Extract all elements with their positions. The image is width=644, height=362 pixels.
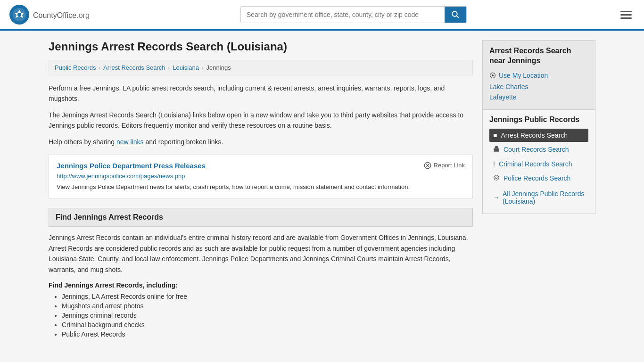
use-my-location: ⦿ Use My Location [489,72,588,79]
list-item: Public Arrest Records [62,330,473,338]
sidebar-record-link[interactable]: Police Records Search [504,174,570,182]
search-bar [240,6,467,23]
sidebar-nearby: Arrest Records Search near Jennings ⦿ Us… [482,40,595,110]
link-card: Jennings Police Department Press Release… [49,155,473,199]
sidebar: Arrest Records Search near Jennings ⦿ Us… [482,40,595,340]
svg-point-8 [495,177,497,179]
svg-point-7 [494,175,499,180]
record-icon [493,174,500,182]
list-item: Mugshots and arrest photos [62,302,473,310]
list-item: Jennings criminal records [62,312,473,319]
sidebar-record-item[interactable]: Police Records Search [489,172,588,185]
sidebar-record-link[interactable]: Arrest Records Search [501,132,568,139]
logo-icon [9,5,29,25]
link-card-url[interactable]: http://www.jenningspolice.com/pages/news… [57,173,465,180]
breadcrumb-public-records[interactable]: Public Records [55,64,96,71]
search-button[interactable] [445,7,466,23]
main-content: Jennings Arrest Records Search (Louisian… [39,31,605,349]
nearby-city-link[interactable]: Lafayette [489,93,588,101]
nearby-title: Arrest Records Search near Jennings [489,46,588,66]
all-records-anchor[interactable]: All Jennings Public Records (Louisiana) [503,190,585,205]
description-2: The Jennings Arrest Records Search (Loui… [49,110,473,131]
svg-point-2 [17,13,21,16]
svg-point-3 [452,11,457,16]
breadcrumb: Public Records › Arrest Records Search ›… [49,60,473,75]
all-records-link: → All Jennings Public Records (Louisiana… [489,187,588,208]
record-icon: ■ [493,132,497,139]
location-icon: ⦿ [489,72,496,79]
link-card-title: Jennings Police Department Press Release… [57,162,206,170]
nearby-cities-list: Lake CharlesLafayette [489,83,588,101]
record-items-list: ■Arrest Records SearchCourt Records Sear… [489,129,588,185]
sidebar-record-item[interactable]: Court Records Search [489,143,588,156]
nearby-city-link[interactable]: Lake Charles [489,83,588,90]
find-sub-title: Find Jennings Arrest Records, including: [49,281,473,289]
svg-rect-6 [494,148,499,151]
sidebar-record-item[interactable]: ■Arrest Records Search [489,129,588,142]
sidebar-record-link[interactable]: Court Records Search [504,146,569,153]
description-3: Help others by sharing new links and rep… [49,137,473,147]
find-section-heading: Find Jennings Arrest Records [49,208,473,227]
breadcrumb-louisiana[interactable]: Louisiana [173,64,199,71]
link-card-title-link[interactable]: Jennings Police Department Press Release… [57,162,206,170]
list-item: Criminal background checks [62,321,473,329]
sidebar-record-item[interactable]: !Criminal Records Search [489,157,588,171]
link-card-header: Jennings Police Department Press Release… [57,162,465,170]
logo-text: CountyOffice.org [33,9,90,20]
header: CountyOffice.org [0,0,644,31]
breadcrumb-arrest-records[interactable]: Arrest Records Search [103,64,165,71]
public-records-title: Jennings Public Records [489,115,588,124]
find-section-para: Jennings Arrest Records contain an indiv… [49,232,473,275]
svg-line-4 [457,16,459,18]
search-input[interactable] [241,7,445,22]
breadcrumb-jennings: Jennings [206,64,231,71]
content-area: Jennings Arrest Records Search (Louisian… [49,40,473,340]
record-icon [493,146,500,154]
page-title: Jennings Arrest Records Search (Louisian… [49,40,473,53]
description-1: Perform a free Jennings, LA public arres… [49,83,473,104]
sidebar-record-link[interactable]: Criminal Records Search [499,160,572,168]
list-item: Jennings, LA Arrest Records online for f… [62,293,473,300]
logo-area: CountyOffice.org [9,5,90,25]
use-location-link[interactable]: Use My Location [499,72,548,79]
menu-button[interactable] [618,8,635,22]
report-link-button[interactable]: Report Link [424,162,465,169]
sidebar-public-records: Jennings Public Records ■Arrest Records … [482,110,595,214]
new-links-link[interactable]: new links [116,138,144,146]
record-icon: ! [493,160,495,168]
find-list: Jennings, LA Arrest Records online for f… [49,293,473,338]
find-section: Find Jennings Arrest Records Jennings Ar… [49,208,473,338]
link-card-description: View Jennings Police Department news for… [57,182,465,192]
